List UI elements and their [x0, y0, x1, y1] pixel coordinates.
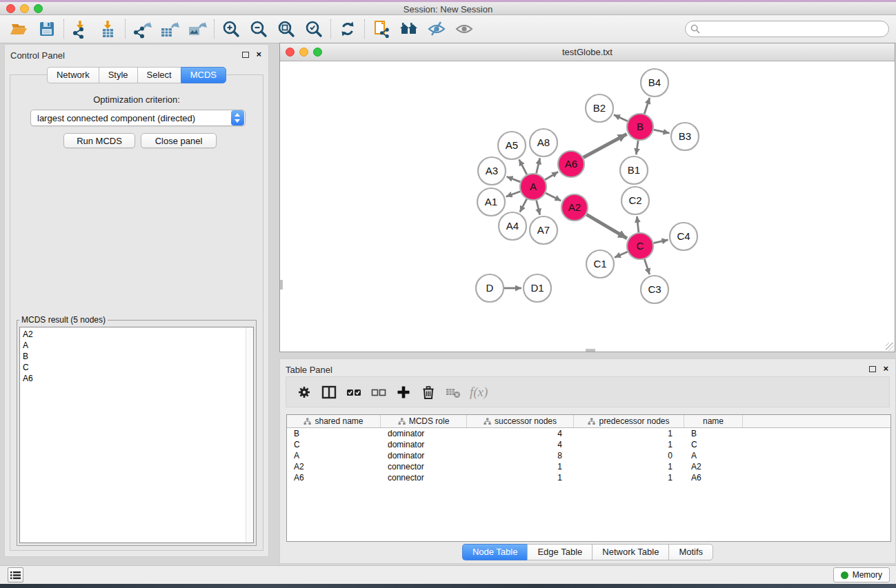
- home-layout-button[interactable]: [395, 17, 423, 41]
- delete-table-button[interactable]: [441, 381, 466, 403]
- network-window-titlebar[interactable]: testGlobe.txt: [280, 43, 895, 61]
- horizontal-scroll-thumb[interactable]: [586, 349, 595, 352]
- node-D1[interactable]: D1: [524, 274, 551, 302]
- edge-A6-B[interactable]: [584, 134, 627, 157]
- zoom-out-button[interactable]: [245, 17, 272, 41]
- function-builder-button[interactable]: f(x): [466, 385, 488, 400]
- table-row[interactable]: Cdominator41C: [287, 439, 890, 450]
- node-B2[interactable]: B2: [586, 94, 613, 122]
- edge-B-B2[interactable]: [614, 115, 628, 121]
- node-C[interactable]: C: [627, 233, 653, 259]
- edge-B-B1[interactable]: [636, 141, 638, 154]
- float-table-panel-icon[interactable]: [869, 366, 876, 372]
- close-panel-icon[interactable]: ×: [256, 51, 261, 58]
- node-A2[interactable]: A2: [561, 194, 588, 221]
- edge-A-A8[interactable]: [537, 158, 540, 173]
- node-A4[interactable]: A4: [499, 212, 526, 240]
- export-network-button[interactable]: [128, 17, 156, 41]
- node-A6[interactable]: A6: [558, 151, 584, 177]
- tab-edge-table[interactable]: Edge Table: [527, 544, 592, 560]
- deselect-all-button[interactable]: [366, 381, 391, 403]
- result-item[interactable]: A2: [23, 329, 246, 340]
- node-A1[interactable]: A1: [477, 188, 505, 216]
- export-image-button[interactable]: [183, 17, 211, 41]
- zoom-in-button[interactable]: [217, 17, 245, 41]
- tab-mcds[interactable]: MCDS: [181, 67, 226, 83]
- node-B[interactable]: B: [627, 114, 653, 140]
- node-C4[interactable]: C4: [670, 223, 697, 250]
- toggle-columns-button[interactable]: [317, 381, 341, 403]
- import-table-button[interactable]: [94, 17, 122, 41]
- resize-grip-icon[interactable]: [886, 343, 894, 351]
- edge-A-A3[interactable]: [506, 176, 520, 182]
- column-header-successor-nodes[interactable]: successor nodes: [467, 415, 574, 427]
- node-A8[interactable]: A8: [530, 129, 557, 156]
- node-D[interactable]: D: [476, 274, 504, 302]
- edge-A-A6[interactable]: [545, 172, 558, 179]
- table-row[interactable]: Adominator80A: [287, 450, 890, 461]
- float-panel-icon[interactable]: [242, 52, 249, 58]
- edge-B-B3[interactable]: [654, 130, 670, 133]
- edge-A-A2[interactable]: [546, 193, 561, 201]
- result-item[interactable]: A6: [23, 373, 246, 384]
- save-session-button[interactable]: [33, 17, 61, 41]
- result-item[interactable]: A: [23, 340, 246, 351]
- column-header-predecessor-nodes[interactable]: predecessor nodes: [574, 415, 684, 427]
- table-row[interactable]: A6connector11A6: [287, 472, 890, 483]
- new-network-button[interactable]: [368, 17, 395, 41]
- vertical-scroll-thumb[interactable]: [280, 280, 283, 290]
- edge-A-A5[interactable]: [519, 159, 527, 174]
- table-row[interactable]: Bdominator41B: [287, 428, 890, 439]
- settings-button[interactable]: [292, 381, 317, 403]
- zoom-selected-button[interactable]: [300, 17, 328, 41]
- optimization-criterion-dropdown[interactable]: largest connected component (directed): [30, 110, 246, 126]
- tab-style[interactable]: Style: [99, 67, 137, 83]
- node-C1[interactable]: C1: [586, 250, 614, 278]
- table-row[interactable]: A2connector11A2: [287, 461, 890, 472]
- edge-B-B4[interactable]: [644, 98, 650, 114]
- network-canvas[interactable]: B4B2BB3B1A6A5A8A3AA1C2A2A4A7C4CC1C3DD1: [280, 61, 895, 352]
- edge-C-C1[interactable]: [615, 252, 628, 257]
- result-item[interactable]: B: [23, 351, 246, 362]
- close-panel-button[interactable]: Close panel: [141, 133, 217, 148]
- network-graph[interactable]: B4B2BB3B1A6A5A8A3AA1C2A2A4A7C4CC1C3DD1: [280, 61, 895, 352]
- tab-node-table[interactable]: Node Table: [462, 544, 528, 560]
- search-input[interactable]: [700, 23, 888, 35]
- task-monitor-button[interactable]: [8, 567, 23, 582]
- node-C2[interactable]: C2: [621, 187, 649, 214]
- tab-network[interactable]: Network: [47, 67, 99, 83]
- column-header-shared-name[interactable]: shared name: [287, 415, 381, 427]
- edge-C-C4[interactable]: [654, 240, 668, 243]
- mcds-result-list[interactable]: A2ABCA6: [20, 327, 246, 543]
- export-table-button[interactable]: [156, 17, 183, 41]
- node-B1[interactable]: B1: [620, 156, 648, 184]
- column-header-MCDS-role[interactable]: MCDS role: [381, 415, 467, 427]
- node-A3[interactable]: A3: [478, 157, 506, 185]
- node-C3[interactable]: C3: [641, 276, 668, 303]
- node-B4[interactable]: B4: [641, 69, 668, 97]
- memory-button[interactable]: Memory: [833, 567, 890, 582]
- edge-A-A7[interactable]: [537, 200, 540, 214]
- import-network-button[interactable]: [67, 17, 94, 41]
- add-column-button[interactable]: [391, 381, 416, 403]
- select-all-button[interactable]: [341, 381, 366, 403]
- node-A[interactable]: A: [520, 174, 546, 200]
- node-B3[interactable]: B3: [671, 123, 699, 150]
- hide-graphics-details-button[interactable]: [423, 17, 450, 41]
- tab-network-table[interactable]: Network Table: [592, 544, 668, 560]
- run-mcds-button[interactable]: Run MCDS: [63, 133, 135, 148]
- edge-A-A1[interactable]: [506, 192, 521, 196]
- refresh-button[interactable]: [334, 17, 361, 41]
- close-table-panel-icon[interactable]: ×: [883, 365, 888, 372]
- edge-A2-C[interactable]: [586, 214, 627, 239]
- tab-motifs[interactable]: Motifs: [668, 544, 713, 560]
- column-header-name[interactable]: name: [684, 415, 743, 427]
- edge-A-A4[interactable]: [520, 199, 527, 212]
- delete-column-button[interactable]: [416, 381, 441, 403]
- tab-select[interactable]: Select: [137, 67, 181, 83]
- search-field[interactable]: [685, 21, 889, 37]
- zoom-fit-button[interactable]: [272, 17, 300, 41]
- result-list-scrollbar[interactable]: [246, 327, 253, 543]
- node-A7[interactable]: A7: [530, 216, 557, 244]
- open-file-button[interactable]: [6, 17, 33, 41]
